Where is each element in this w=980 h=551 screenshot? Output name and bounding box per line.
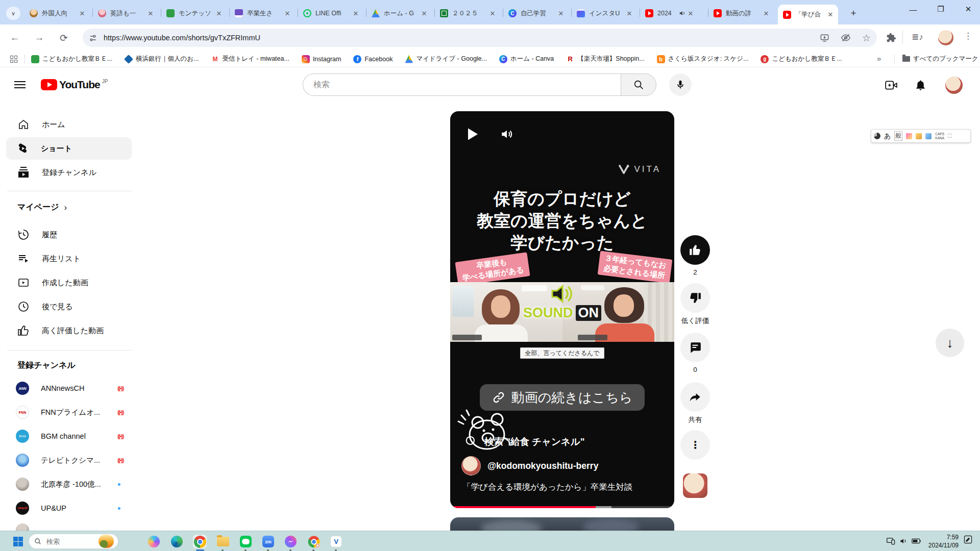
- yt-search-input[interactable]: [312, 80, 590, 90]
- bookmark-item[interactable]: R【楽天市場】Shoppin...: [566, 55, 644, 63]
- comments-button[interactable]: [680, 333, 710, 362]
- new-tab-button[interactable]: +: [846, 6, 861, 20]
- sidebar-item-home[interactable]: ホーム: [6, 113, 132, 136]
- tab-8[interactable]: C 自己学習 ✕: [503, 5, 571, 22]
- channel-row[interactable]: @kodomokyoushitu-berry: [461, 456, 598, 475]
- phone-link-icon[interactable]: [887, 537, 895, 545]
- tab-close-icon[interactable]: ✕: [78, 9, 87, 18]
- battery-icon[interactable]: [912, 537, 921, 545]
- forward-button[interactable]: →: [31, 29, 48, 46]
- reload-button[interactable]: ⟳: [55, 29, 72, 46]
- clock[interactable]: 7:59 2024/11/09: [925, 533, 959, 549]
- next-short-preview[interactable]: [450, 517, 674, 531]
- play-button-icon[interactable]: [467, 128, 479, 141]
- notifications-bell-icon[interactable]: [914, 79, 927, 91]
- extensions-puzzle-icon[interactable]: [886, 33, 896, 43]
- url-text[interactable]: https://www.youtube.com/shorts/gvTxZFRIm…: [104, 34, 820, 42]
- ime-caps-kana[interactable]: CAPSKANA: [935, 132, 944, 139]
- eye-off-icon[interactable]: [841, 33, 851, 43]
- channel-bgm[interactable]: BGM BGM channel ((•)): [6, 425, 132, 447]
- tab-close-icon[interactable]: ✕: [351, 9, 360, 18]
- sidebar-item-subscriptions[interactable]: 登録チャンネル: [6, 161, 132, 184]
- tab-7[interactable]: ２０２５ ✕: [435, 5, 502, 22]
- bookmarks-overflow-chevron[interactable]: »: [877, 54, 881, 63]
- tab-close-icon[interactable]: ✕: [146, 9, 155, 18]
- progress-bar[interactable]: [450, 506, 674, 508]
- tab-close-icon[interactable]: ✕: [283, 9, 292, 18]
- tab-close-icon[interactable]: ✕: [556, 9, 566, 18]
- channel-annnews[interactable]: ANN ANNnewsCH ((•)): [6, 377, 132, 399]
- tab-9[interactable]: インスタU ✕: [572, 5, 639, 22]
- bookmark-item[interactable]: fFacebook: [353, 55, 393, 63]
- bookmark-item[interactable]: 横浜銀行｜個人のお...: [125, 55, 199, 63]
- tab-close-icon[interactable]: ✕: [488, 9, 497, 18]
- channel-kitahara[interactable]: 北原孝彦 -100億...: [6, 473, 132, 495]
- address-bar[interactable]: https://www.youtube.com/shorts/gvTxZFRIm…: [83, 29, 877, 47]
- ime-mode-icon[interactable]: [874, 133, 880, 139]
- ime-tool-icon[interactable]: [906, 133, 912, 139]
- messenger-icon[interactable]: [284, 535, 298, 548]
- tab-10[interactable]: 2024 ✕: [640, 5, 707, 22]
- tab-audio-icon[interactable]: [679, 10, 686, 17]
- yt-profile-avatar[interactable]: [945, 77, 963, 94]
- taskbar-search[interactable]: [29, 534, 118, 549]
- share-button[interactable]: [680, 382, 710, 412]
- bookmark-item[interactable]: Cホーム - Canva: [499, 55, 554, 63]
- edge-icon[interactable]: [170, 535, 184, 548]
- install-icon[interactable]: [820, 33, 829, 43]
- sound-source-avatar[interactable]: [683, 473, 707, 498]
- hamburger-menu-icon[interactable]: [14, 79, 26, 90]
- channel-fnn[interactable]: FNN FNNプライムオ... ((•)): [6, 401, 132, 423]
- ime-hiragana-icon[interactable]: あ: [884, 132, 891, 141]
- vita-app-icon[interactable]: V: [329, 535, 343, 548]
- sidebar-item-liked-videos[interactable]: 高く評価した動画: [6, 319, 132, 342]
- chrome-icon-active[interactable]: [193, 535, 207, 548]
- profile-avatar[interactable]: [938, 30, 953, 45]
- notification-pen-icon[interactable]: [964, 535, 972, 544]
- tab-close-icon[interactable]: ✕: [420, 9, 429, 18]
- bookmark-item[interactable]: gこどもおかし教室ＢＥ...: [761, 55, 842, 63]
- media-controls-icon[interactable]: ≣♪: [912, 32, 923, 42]
- chrome-profile2-icon[interactable]: [307, 535, 321, 548]
- ime-general-icon[interactable]: 般: [894, 131, 902, 141]
- copilot-icon[interactable]: [147, 535, 161, 548]
- sidebar-item-playlists[interactable]: 再生リスト: [6, 247, 132, 270]
- tab-4[interactable]: 卒業生さ ✕: [230, 5, 297, 22]
- taskbar-search-input[interactable]: [45, 537, 94, 546]
- start-button[interactable]: [11, 535, 25, 548]
- window-minimize-button[interactable]: —: [901, 0, 925, 18]
- dislike-button[interactable]: [680, 283, 710, 313]
- ime-toolbar[interactable]: あ 般 CAPSKANA ⛶: [871, 129, 971, 143]
- channel-upup[interactable]: UP&UP UP&UP: [6, 497, 132, 519]
- site-settings-icon[interactable]: [89, 34, 97, 42]
- ime-pad-icon[interactable]: [925, 133, 932, 139]
- tab-6[interactable]: ホーム - G ✕: [366, 5, 434, 22]
- bookmark-star-icon[interactable]: ☆: [862, 32, 871, 44]
- zoom-icon[interactable]: zm: [261, 535, 275, 548]
- tab-close-icon[interactable]: ✕: [625, 9, 634, 18]
- tab-3[interactable]: モンテッソ ✕: [161, 5, 229, 22]
- line-icon[interactable]: [239, 535, 253, 548]
- volume-tray-icon[interactable]: [899, 537, 908, 545]
- chrome-menu-icon[interactable]: ⋮: [964, 31, 972, 41]
- yt-search-box[interactable]: [303, 73, 621, 96]
- tab-5[interactable]: LINE Offi ✕: [298, 5, 365, 22]
- channel-tokushima[interactable]: テレビトクシマ... ((•)): [6, 449, 132, 471]
- yt-search-button[interactable]: [621, 73, 656, 96]
- bookmark-item[interactable]: Instagram: [302, 55, 341, 63]
- tab-close-icon[interactable]: ✕: [214, 9, 224, 18]
- sidebar-item-watch-later[interactable]: 後で見る: [6, 295, 132, 318]
- back-button[interactable]: ←: [6, 29, 23, 46]
- tab-close-icon[interactable]: ✕: [762, 9, 771, 18]
- ime-expand-icon[interactable]: ⛶: [948, 133, 951, 139]
- bookmark-item[interactable]: M受信トレイ - miwatea...: [211, 55, 289, 63]
- shorts-player[interactable]: VITA 保育のプロだけど 教室の運営をちゃんと 学びたかった 卒業後も 学べる…: [450, 111, 674, 508]
- bookmark-item[interactable]: こどもおかし教室ＢＥ...: [31, 55, 112, 63]
- tab-2[interactable]: 英語も一 ✕: [93, 5, 160, 22]
- search-highlight-image[interactable]: [99, 535, 114, 548]
- apps-grid-icon[interactable]: [10, 56, 17, 63]
- youtube-logo[interactable]: YouTube JP: [41, 79, 108, 91]
- volume-icon[interactable]: [500, 128, 513, 141]
- bookmark-item[interactable]: マイドライブ - Google...: [405, 55, 487, 63]
- file-explorer-icon[interactable]: [216, 535, 230, 548]
